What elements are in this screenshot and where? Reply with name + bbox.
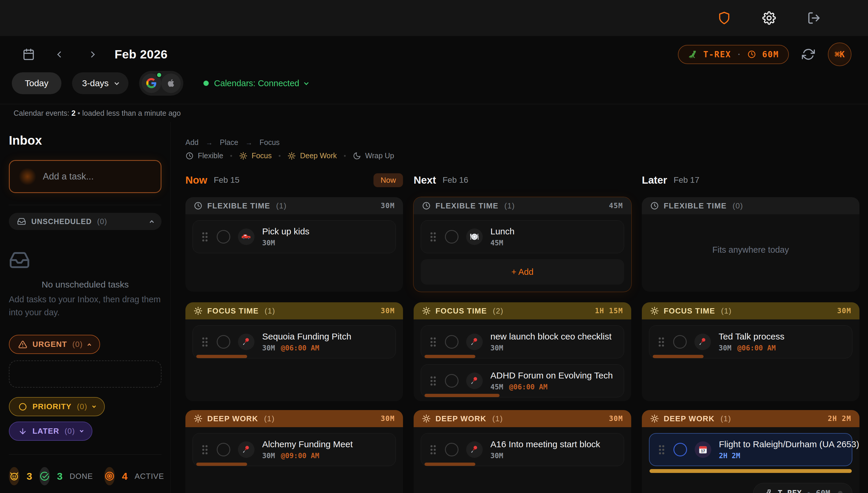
drag-handle-icon[interactable] <box>431 338 433 340</box>
drag-handle-icon[interactable] <box>659 338 661 340</box>
task-row[interactable]: A16 Into meeting start block 30M <box>421 433 624 466</box>
drag-handle-icon[interactable] <box>431 445 433 447</box>
status-label: Calendar events: <box>14 109 69 117</box>
drag-handle-icon[interactable] <box>202 338 204 340</box>
add-task-field[interactable] <box>9 160 161 193</box>
section-header-deep-work[interactable]: DEEP WORK (1) 30M <box>186 410 403 427</box>
legend-deep-work: Deep Work <box>287 151 337 160</box>
task-row[interactable]: Sequoia Funding Pitch 30M @06:00 AM <box>193 325 396 358</box>
task-checkbox[interactable] <box>445 230 458 243</box>
calendars-status[interactable]: Calendars: Connected <box>203 79 308 88</box>
later-label: LATER <box>32 427 59 436</box>
trex-icon <box>688 49 697 59</box>
later-filter-pill[interactable]: LATER (0) <box>9 422 92 441</box>
drag-handle-icon[interactable] <box>431 377 433 379</box>
section-header-deep-work[interactable]: DEEP WORK (1) 2H 2M <box>642 410 860 427</box>
section-header-flexible-time[interactable]: FLEXIBLE TIME (0) <box>642 197 860 214</box>
dot-separator <box>230 155 232 157</box>
task-checkbox[interactable] <box>673 335 687 349</box>
task-checkbox[interactable] <box>217 443 230 456</box>
task-title: Ted Talk process <box>719 331 784 342</box>
legend-wrap-up: Wrap Up <box>353 151 394 160</box>
task-checkbox[interactable] <box>445 335 458 349</box>
section-flexible-time: FLEXIBLE TIME (1) 30M Pick up kids 30M <box>186 197 403 292</box>
crumb-focus: Focus <box>260 138 280 147</box>
section-flexible-time: FLEXIBLE TIME (0) Fits anywhere today <box>642 197 860 292</box>
section-header-flexible-time[interactable]: FLEXIBLE TIME (1) 30M <box>186 197 403 214</box>
sun-icon <box>194 414 202 423</box>
section-deep-work: DEEP WORK (1) 30M A16 Into meeting start… <box>414 410 631 493</box>
drag-handle-icon[interactable] <box>202 232 204 234</box>
drag-handle-icon[interactable] <box>202 445 204 447</box>
task-checkbox[interactable] <box>217 230 230 243</box>
apple-calendar-icon <box>161 73 181 93</box>
drag-handle-icon[interactable] <box>659 445 661 447</box>
calendar-icon[interactable] <box>22 48 35 61</box>
task-row[interactable]: Alchemy Funding Meet 30M @09:00 AM <box>193 433 396 466</box>
section-total-duration: 30M <box>381 414 395 423</box>
dot-separator <box>344 155 346 157</box>
logout-icon[interactable] <box>807 11 821 25</box>
task-row[interactable]: new launch block ceo checklist 30M <box>421 325 624 358</box>
urgent-dropzone[interactable] <box>9 361 161 388</box>
task-checkbox[interactable] <box>217 335 230 349</box>
section-header-flexible-time[interactable]: FLEXIBLE TIME (1) 45M <box>414 197 631 214</box>
add-task-button[interactable]: + Add <box>421 259 624 284</box>
next-day-button[interactable] <box>86 48 97 60</box>
pin-icon <box>238 334 255 350</box>
view-selector[interactable]: 3-days <box>72 72 128 94</box>
phase-legend: Flexible Focus Deep Work Wrap Up <box>186 151 868 160</box>
trex-icon <box>763 489 772 493</box>
task-checkbox[interactable] <box>445 374 458 388</box>
arrow-right-icon: → <box>205 138 213 147</box>
gamify-mode-pill[interactable]: T-REX · 60M <box>678 45 789 64</box>
pin-icon <box>466 334 483 350</box>
command-k-button[interactable]: ⌘K <box>828 43 851 66</box>
task-progress-bar <box>196 463 247 466</box>
calendar-providers[interactable] <box>139 71 183 95</box>
section-label: DEEP WORK <box>435 414 486 423</box>
shield-icon[interactable] <box>717 11 731 25</box>
inbox-sidebar: Inbox UNSCHEDULED (0) No unscheduled tas… <box>0 122 171 493</box>
prev-day-button[interactable] <box>54 48 66 60</box>
chevron-down-icon <box>304 80 308 85</box>
section-focus-time: FOCUS TIME (2) 1H 15M new launch block c… <box>414 302 631 401</box>
add-task-input[interactable] <box>43 171 160 182</box>
section-total-duration: 30M <box>837 307 851 315</box>
empty-state-subtitle: Add tasks to your Inbox, then drag them … <box>9 293 161 319</box>
column-header: Next Feb 16 <box>414 172 631 188</box>
active-count: 4 <box>122 471 128 482</box>
plate-icon <box>466 229 483 245</box>
task-row[interactable]: ADHD Forum on Evolving Tech 45M @06:00 A… <box>421 364 624 398</box>
task-checkbox[interactable] <box>673 443 687 456</box>
settings-gear-icon[interactable] <box>762 11 776 25</box>
task-row[interactable]: Pick up kids 30M <box>193 220 396 253</box>
gamify-footer-pill[interactable]: T-REX 60M <box>753 483 852 493</box>
section-header-deep-work[interactable]: DEEP WORK (1) 30M <box>414 410 631 427</box>
section-count: (1) <box>504 201 515 211</box>
sun-icon <box>650 414 659 423</box>
today-button[interactable]: Today <box>12 72 61 94</box>
legend-flexible: Flexible <box>186 151 223 160</box>
section-deep-work: DEEP WORK (1) 2H 2M 17 Flight to Raleigh… <box>642 410 860 493</box>
drag-handle-icon[interactable] <box>431 232 433 234</box>
done-count: 3 <box>57 471 63 482</box>
pin-icon <box>466 441 483 458</box>
section-header-focus-time[interactable]: FOCUS TIME (2) 1H 15M <box>414 302 631 319</box>
refresh-icon[interactable] <box>802 48 815 61</box>
task-row[interactable]: Lunch 45M <box>421 220 624 253</box>
section-header-focus-time[interactable]: FOCUS TIME (1) 30M <box>642 302 860 319</box>
column-title: Later <box>642 174 667 186</box>
section-count: (1) <box>276 201 287 211</box>
section-label: FLEXIBLE TIME <box>207 201 270 211</box>
section-header-focus-time[interactable]: FOCUS TIME (1) 30M <box>186 302 403 319</box>
urgent-filter-pill[interactable]: URGENT (0) <box>9 335 100 354</box>
priority-filter-pill[interactable]: PRIORITY (0) <box>9 397 105 416</box>
task-row[interactable]: 17 Flight to Raleigh/Durham (UA 2653) 2H… <box>649 433 852 466</box>
unscheduled-header[interactable]: UNSCHEDULED (0) <box>9 213 161 230</box>
gamify-label: T-REX <box>703 49 731 59</box>
task-row[interactable]: Ted Talk process 30M @06:00 AM <box>649 325 852 358</box>
view-selector-label: 3-days <box>82 78 109 88</box>
sun-icon <box>287 152 296 160</box>
task-checkbox[interactable] <box>445 443 458 456</box>
